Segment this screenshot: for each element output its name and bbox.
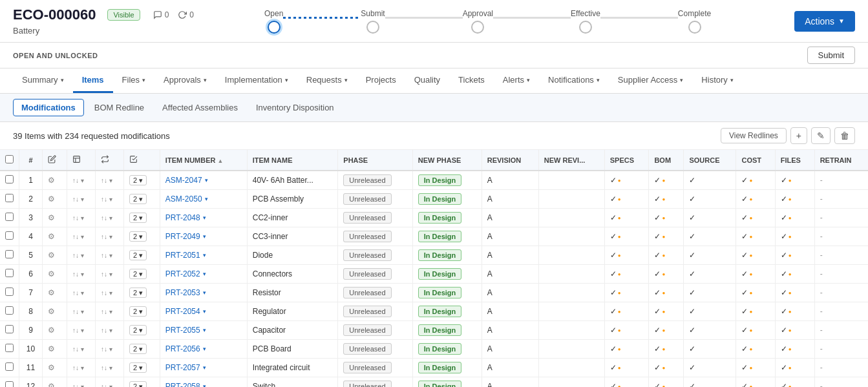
tab-implementation[interactable]: Implementation ▾	[216, 68, 297, 93]
move-icon[interactable]: ↑↓ ▾	[101, 327, 112, 334]
row-move: ↑↓ ▾	[95, 284, 123, 302]
gear-icon[interactable]: ⚙	[48, 288, 55, 297]
item-number-link[interactable]: PRT-2058 ▾	[165, 382, 242, 387]
row-checkbox[interactable]	[5, 213, 14, 221]
orange-dot: ●	[789, 346, 792, 352]
gear-icon[interactable]: ⚙	[48, 363, 55, 372]
row-checkbox[interactable]	[5, 194, 14, 202]
tab-alerts[interactable]: Alerts ▾	[494, 68, 539, 93]
row-checkbox[interactable]	[5, 269, 14, 277]
move-icon[interactable]: ↑↓ ▾	[101, 346, 112, 353]
item-number-link[interactable]: PRT-2052 ▾	[165, 269, 242, 278]
item-number-link[interactable]: PRT-2057 ▾	[165, 363, 242, 372]
row-num-badge: 2 ▾	[123, 171, 160, 190]
row-checkbox[interactable]	[5, 381, 14, 387]
gear-icon[interactable]: ⚙	[48, 382, 55, 387]
item-number-link[interactable]: PRT-2051 ▾	[165, 251, 242, 260]
orange-dot: ●	[662, 234, 665, 240]
move-icon[interactable]: ↑↓ ▾	[101, 214, 112, 222]
row-source: ✓	[684, 265, 736, 284]
subnav-modifications[interactable]: Modifications	[13, 99, 84, 116]
subnav-affected-assemblies[interactable]: Affected Assemblies	[154, 99, 246, 116]
move-icon[interactable]: ↑↓ ▾	[101, 308, 112, 315]
row-files: ✓●	[775, 359, 814, 377]
expand-icon[interactable]: ↑↓ ▾	[72, 196, 84, 203]
subnav-inventory-disposition[interactable]: Inventory Disposition	[248, 99, 342, 116]
row-checkbox[interactable]	[5, 250, 14, 258]
move-icon[interactable]: ↑↓ ▾	[101, 196, 112, 203]
expand-icon[interactable]: ↑↓ ▾	[72, 308, 84, 315]
gear-icon[interactable]: ⚙	[48, 194, 55, 204]
tab-quality[interactable]: Quality	[405, 68, 449, 93]
select-all-checkbox[interactable]	[5, 155, 14, 163]
gear-icon[interactable]: ⚙	[48, 269, 55, 278]
row-retrain: -	[814, 246, 868, 265]
item-number-link[interactable]: PRT-2049 ▾	[165, 232, 242, 241]
move-icon[interactable]: ↑↓ ▾	[101, 252, 112, 259]
move-icon[interactable]: ↑↓ ▾	[101, 364, 112, 371]
row-checkbox[interactable]	[5, 306, 14, 315]
gear-icon[interactable]: ⚙	[48, 232, 55, 241]
move-icon[interactable]: ↑↓ ▾	[101, 289, 112, 297]
move-icon[interactable]: ↑↓ ▾	[101, 271, 112, 278]
tab-items[interactable]: Items	[73, 68, 113, 93]
tab-tickets[interactable]: Tickets	[449, 68, 494, 93]
tab-approvals[interactable]: Approvals ▾	[154, 68, 216, 93]
tab-projects[interactable]: Projects	[357, 68, 405, 93]
orange-dot: ●	[618, 271, 621, 277]
item-number-link[interactable]: PRT-2054 ▾	[165, 307, 242, 316]
add-button[interactable]: +	[790, 127, 807, 144]
tab-files[interactable]: Files ▾	[113, 68, 154, 93]
view-redlines-button[interactable]: View Redlines	[721, 128, 787, 143]
row-checkbox[interactable]	[5, 362, 14, 371]
item-number-link[interactable]: ASM-2050 ▾	[165, 194, 242, 204]
expand-icon[interactable]: ↑↓ ▾	[72, 214, 84, 222]
col-header-item-number[interactable]: ITEM NUMBER ▲	[160, 150, 247, 171]
tab-notifications[interactable]: Notifications ▾	[539, 68, 609, 93]
expand-icon[interactable]: ↑↓ ▾	[72, 289, 84, 297]
subnav-bom-redline[interactable]: BOM Redline	[87, 99, 152, 116]
edit-button[interactable]: ✎	[811, 127, 831, 144]
orange-dot: ●	[662, 178, 665, 183]
move-icon[interactable]: ↑↓ ▾	[101, 383, 112, 387]
expand-icon[interactable]: ↑↓ ▾	[72, 364, 84, 371]
row-checkbox[interactable]	[5, 344, 14, 352]
actions-button[interactable]: Actions ▼	[794, 11, 855, 32]
gear-icon[interactable]: ⚙	[48, 307, 55, 316]
tab-requests[interactable]: Requests ▾	[297, 68, 357, 93]
row-checkbox[interactable]	[5, 175, 14, 183]
tab-history[interactable]: History ▾	[692, 68, 742, 93]
expand-icon[interactable]: ↑↓ ▾	[72, 346, 84, 353]
gear-icon[interactable]: ⚙	[48, 251, 55, 260]
expand-icon[interactable]: ↑↓ ▾	[72, 177, 84, 184]
gear-icon[interactable]: ⚙	[48, 176, 55, 185]
row-cost: ✓●	[736, 227, 775, 246]
row-checkbox[interactable]	[5, 325, 14, 333]
row-checkbox[interactable]	[5, 288, 14, 296]
gear-icon[interactable]: ⚙	[48, 326, 55, 335]
move-icon[interactable]: ↑↓ ▾	[101, 233, 112, 240]
orange-dot: ●	[749, 328, 752, 333]
expand-icon[interactable]: ↑↓ ▾	[72, 383, 84, 387]
submit-button[interactable]: Submit	[807, 47, 855, 64]
row-checkbox[interactable]	[5, 231, 14, 240]
item-number-link[interactable]: PRT-2048 ▾	[165, 213, 242, 222]
move-icon[interactable]: ↑↓ ▾	[101, 177, 112, 184]
tab-summary[interactable]: Summary ▾	[13, 68, 73, 93]
chevron-down-icon: ▾	[203, 346, 206, 352]
expand-icon[interactable]: ↑↓ ▾	[72, 252, 84, 259]
row-source: ✓	[684, 359, 736, 377]
tab-supplier-access[interactable]: Supplier Access ▾	[609, 68, 693, 93]
expand-icon[interactable]: ↑↓ ▾	[72, 271, 84, 278]
gear-icon[interactable]: ⚙	[48, 344, 55, 353]
gear-icon[interactable]: ⚙	[48, 213, 55, 222]
delete-button[interactable]: 🗑	[834, 127, 855, 144]
orange-dot: ●	[662, 384, 665, 388]
item-number-link[interactable]: ASM-2047 ▾	[165, 176, 242, 185]
item-number-link[interactable]: PRT-2056 ▾	[165, 344, 242, 353]
row-revision: A	[482, 284, 538, 302]
expand-icon[interactable]: ↑↓ ▾	[72, 233, 84, 240]
item-number-link[interactable]: PRT-2053 ▾	[165, 288, 242, 297]
item-number-link[interactable]: PRT-2055 ▾	[165, 326, 242, 335]
expand-icon[interactable]: ↑↓ ▾	[72, 327, 84, 334]
